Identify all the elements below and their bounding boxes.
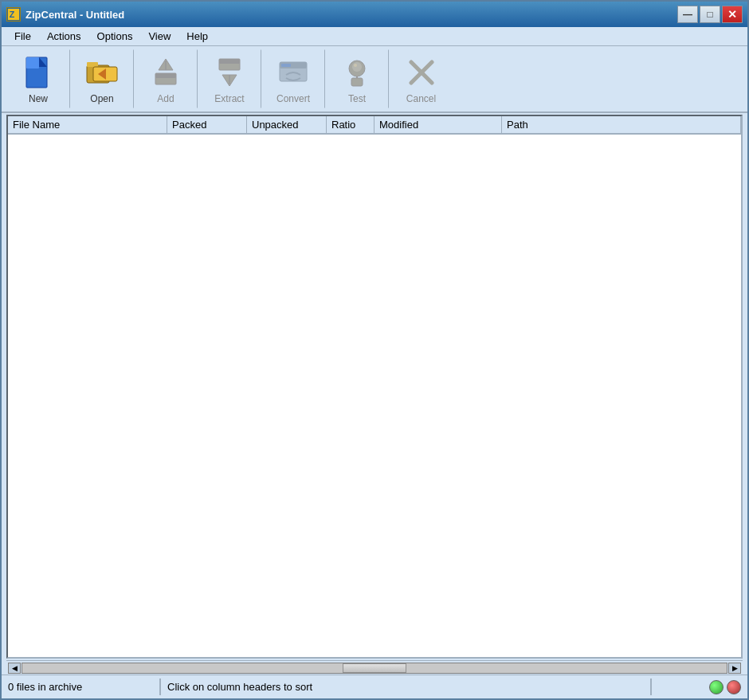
svg-rect-4 xyxy=(26,57,39,68)
menu-actions[interactable]: Actions xyxy=(41,29,88,44)
svg-point-22 xyxy=(352,62,362,72)
add-button[interactable]: Add xyxy=(134,49,198,108)
status-dot-green xyxy=(709,680,724,694)
toolbar: New Open xyxy=(2,46,747,113)
col-header-unpacked[interactable]: Unpacked xyxy=(247,116,327,133)
new-label: New xyxy=(29,93,48,104)
test-label: Test xyxy=(348,93,366,104)
main-window: Z ZipCentral - Untitled — □ ✕ File Actio… xyxy=(0,0,749,700)
scroll-right-button[interactable]: ▶ xyxy=(728,663,741,674)
status-hint: Click on column headers to sort xyxy=(161,678,652,695)
title-bar-left: Z ZipCentral - Untitled xyxy=(6,7,124,22)
close-button[interactable]: ✕ xyxy=(722,6,743,23)
open-button[interactable]: Open xyxy=(70,49,134,108)
extract-button[interactable]: Extract xyxy=(198,49,261,108)
menu-bar: File Actions Options View Help xyxy=(2,27,747,46)
cancel-button[interactable]: Cancel xyxy=(389,49,453,108)
status-bar: 0 files in archive Click on column heade… xyxy=(2,675,747,698)
horizontal-scrollbar: ◀ ▶ xyxy=(6,660,743,675)
open-icon xyxy=(83,53,121,92)
status-indicators xyxy=(652,678,747,697)
title-bar: Z ZipCentral - Untitled — □ ✕ xyxy=(2,2,747,27)
app-icon: Z xyxy=(6,7,21,22)
status-dot-red xyxy=(727,680,741,694)
status-files: 0 files in archive xyxy=(2,678,161,695)
svg-rect-20 xyxy=(281,64,291,67)
new-button[interactable]: New xyxy=(6,49,70,108)
minimize-button[interactable]: — xyxy=(677,6,698,23)
svg-rect-15 xyxy=(219,59,240,64)
col-header-packed[interactable]: Packed xyxy=(167,116,247,133)
scroll-track[interactable] xyxy=(22,663,727,674)
scroll-thumb[interactable] xyxy=(343,663,406,673)
svg-rect-11 xyxy=(155,73,176,78)
scroll-left-button[interactable]: ◀ xyxy=(8,663,21,674)
test-button[interactable]: Test xyxy=(325,49,389,108)
menu-options[interactable]: Options xyxy=(91,29,139,44)
file-list-body xyxy=(8,135,741,657)
cancel-label: Cancel xyxy=(406,93,436,104)
convert-button[interactable]: Convert xyxy=(261,49,325,108)
add-icon xyxy=(147,53,185,92)
file-list-area: File Name Packed Unpacked Ratio Modified… xyxy=(6,115,743,659)
col-header-filename[interactable]: File Name xyxy=(8,116,167,133)
menu-view[interactable]: View xyxy=(142,29,177,44)
column-headers: File Name Packed Unpacked Ratio Modified… xyxy=(8,116,741,135)
menu-file[interactable]: File xyxy=(8,29,37,44)
maximize-button[interactable]: □ xyxy=(700,6,720,23)
extract-label: Extract xyxy=(214,93,244,104)
cancel-icon xyxy=(402,53,441,92)
svg-rect-7 xyxy=(87,62,98,67)
svg-rect-24 xyxy=(351,78,363,86)
svg-point-23 xyxy=(354,64,357,67)
open-label: Open xyxy=(90,93,113,104)
menu-help[interactable]: Help xyxy=(180,29,214,44)
window-title: ZipCentral - Untitled xyxy=(25,9,124,21)
col-header-ratio[interactable]: Ratio xyxy=(327,116,374,133)
new-icon xyxy=(19,53,57,92)
add-label: Add xyxy=(157,93,174,104)
test-icon xyxy=(338,53,376,92)
col-header-modified[interactable]: Modified xyxy=(374,116,502,133)
col-header-path[interactable]: Path xyxy=(502,116,741,133)
extract-icon xyxy=(210,53,249,92)
convert-icon xyxy=(274,53,312,92)
convert-label: Convert xyxy=(276,93,310,104)
title-buttons: — □ ✕ xyxy=(677,6,743,23)
svg-text:Z: Z xyxy=(10,10,15,19)
